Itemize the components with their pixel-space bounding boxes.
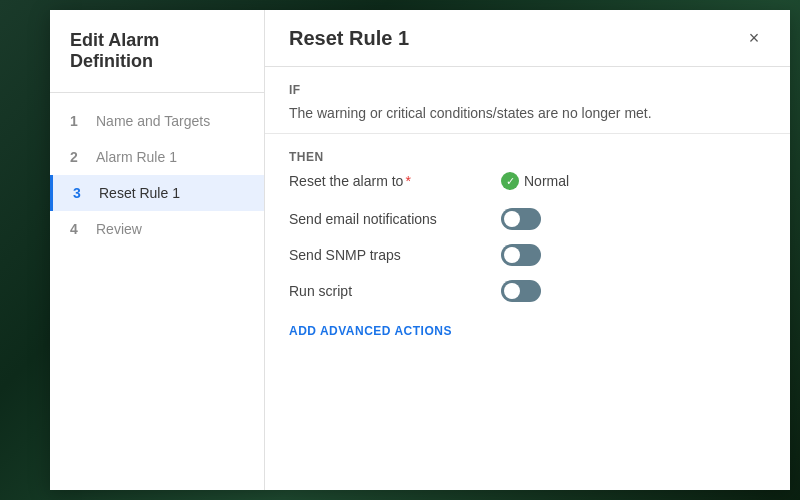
- if-text: The warning or critical conditions/state…: [289, 105, 766, 121]
- toggle-label-2: Run script: [289, 283, 489, 299]
- normal-badge: ✓ Normal: [501, 172, 569, 190]
- content-title: Reset Rule 1: [289, 27, 409, 50]
- required-star: *: [405, 173, 410, 189]
- step-label-2: Alarm Rule 1: [96, 149, 177, 165]
- step-label-3: Reset Rule 1: [99, 185, 180, 201]
- toggle-row-0: Send email notifications: [289, 208, 766, 230]
- sidebar-step-1[interactable]: 1Name and Targets: [50, 103, 264, 139]
- toggle-switch-0[interactable]: [501, 208, 541, 230]
- step-num-2: 2: [70, 149, 86, 165]
- toggle-row-1: Send SNMP traps: [289, 244, 766, 266]
- step-label-4: Review: [96, 221, 142, 237]
- sidebar-step-2[interactable]: 2Alarm Rule 1: [50, 139, 264, 175]
- content-body[interactable]: IF The warning or critical conditions/st…: [265, 67, 790, 490]
- main-panel: Edit Alarm Definition 1Name and Targets2…: [50, 10, 790, 490]
- sidebar-steps: 1Name and Targets2Alarm Rule 13Reset Rul…: [50, 103, 264, 247]
- toggle-label-1: Send SNMP traps: [289, 247, 489, 263]
- step-num-3: 3: [73, 185, 89, 201]
- toggle-slider-1: [501, 244, 541, 266]
- sidebar-title: Edit Alarm Definition: [50, 30, 264, 93]
- toggle-row-2: Run script: [289, 280, 766, 302]
- toggle-slider-0: [501, 208, 541, 230]
- content-area: Reset Rule 1 × IF The warning or critica…: [265, 10, 790, 490]
- toggle-switch-2[interactable]: [501, 280, 541, 302]
- step-num-1: 1: [70, 113, 86, 129]
- check-icon: ✓: [501, 172, 519, 190]
- step-num-4: 4: [70, 221, 86, 237]
- sidebar-step-3[interactable]: 3Reset Rule 1: [50, 175, 264, 211]
- toggle-label-0: Send email notifications: [289, 211, 489, 227]
- toggle-slider-2: [501, 280, 541, 302]
- toggles-container: Send email notifications Send SNMP traps…: [289, 208, 766, 302]
- reset-alarm-row: Reset the alarm to* ✓ Normal: [289, 172, 766, 190]
- if-section: IF The warning or critical conditions/st…: [265, 67, 790, 134]
- sidebar: Edit Alarm Definition 1Name and Targets2…: [50, 10, 265, 490]
- toggle-switch-1[interactable]: [501, 244, 541, 266]
- then-section: THEN Reset the alarm to* ✓ Normal Send e…: [265, 134, 790, 355]
- then-label: THEN: [289, 150, 766, 164]
- add-advanced-actions-link[interactable]: ADD ADVANCED ACTIONS: [289, 324, 452, 338]
- normal-label: Normal: [524, 173, 569, 189]
- close-button[interactable]: ×: [742, 26, 766, 50]
- step-label-1: Name and Targets: [96, 113, 210, 129]
- reset-label: Reset the alarm to*: [289, 173, 489, 189]
- sidebar-step-4[interactable]: 4Review: [50, 211, 264, 247]
- content-header: Reset Rule 1 ×: [265, 10, 790, 67]
- if-label: IF: [289, 83, 766, 97]
